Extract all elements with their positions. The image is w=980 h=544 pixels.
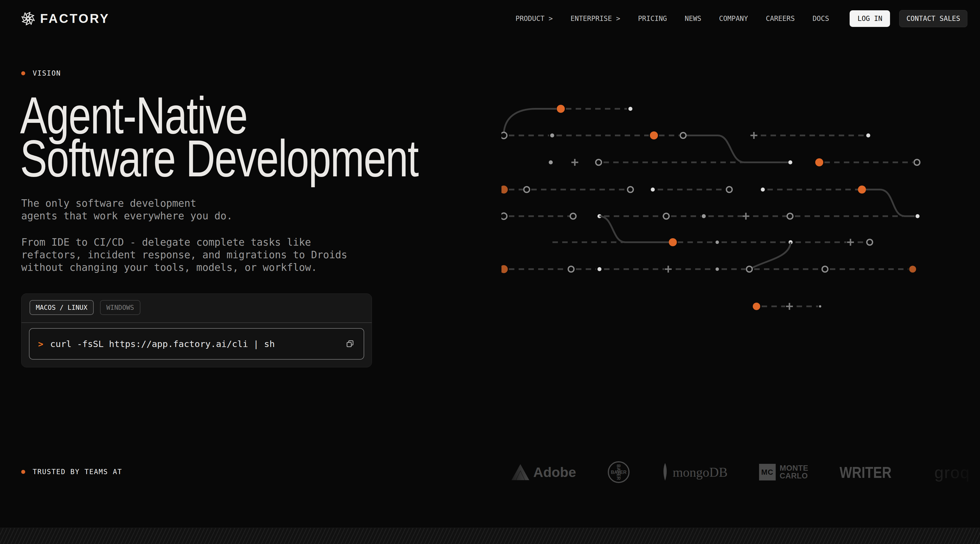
orange-dot-icon [21,470,25,474]
install-command-box: > curl -fsSL https://app.factory.ai/cli … [29,328,364,360]
tab-macos-linux[interactable]: MACOS / LINUX [30,300,94,315]
footer-stripe-band [0,528,980,544]
tab-windows[interactable]: WINDOWS [100,300,140,315]
contact-sales-button[interactable]: CONTACT SALES [899,10,967,27]
os-tabs: MACOS / LINUX WINDOWS [30,300,140,315]
factory-pinwheel-icon [21,12,35,25]
install-card: MACOS / LINUX WINDOWS > curl -fsSL https… [21,293,372,367]
svg-text:BAYER: BAYER [616,465,621,480]
hero-subtitle: The only software development agents tha… [21,197,233,222]
monte-carlo-badge: MC [759,464,776,481]
logo-bayer: BAYER BAYER [608,461,630,483]
vision-eyebrow: VISION [21,68,61,79]
logo-groq: groq [934,463,970,482]
nav-item-product[interactable]: PRODUCT > [515,14,553,22]
nav-item-pricing[interactable]: PRICING [638,14,667,22]
install-command: curl -fsSL https://app.factory.ai/cli | … [50,339,275,349]
copy-button[interactable] [345,339,355,349]
card-divider [21,322,372,323]
logo-monte-carlo: MC MONTE CARLO [759,464,808,481]
logo-mongodb: mongoDB [661,463,728,481]
hero-description: From IDE to CI/CD - delegate complete ta… [21,236,347,274]
trusted-by: TRUSTED BY TEAMS AT [21,466,123,477]
login-button[interactable]: LOG IN [850,10,890,27]
nav-item-docs[interactable]: DOCS [813,14,829,22]
orange-dot-icon [21,71,25,75]
copy-icon [345,339,355,349]
logo-adobe: Adobe [511,464,576,480]
eyebrow-label: VISION [33,69,61,77]
nav-item-company[interactable]: COMPANY [719,14,748,22]
nav-actions: LOG IN CONTACT SALES [850,10,967,27]
nav-item-news[interactable]: NEWS [685,14,702,22]
logo-wordmark: FACTORY [40,11,110,26]
top-navigation: FACTORY PRODUCT > ENTERPRISE > PRICING N… [0,0,980,37]
mongodb-leaf-icon [661,463,669,481]
shell-prompt: > [38,339,43,349]
adobe-mark-icon [511,464,529,480]
factory-logo[interactable]: FACTORY [21,11,110,26]
network-diagram [501,100,937,324]
title-line-2: Software Development [20,137,418,180]
logo-writer: WRITER [840,463,903,482]
nav-item-enterprise[interactable]: ENTERPRISE > [571,14,620,22]
nav-menu: PRODUCT > ENTERPRISE > PRICING NEWS COMP… [515,14,829,22]
customer-logos: Adobe BAYER BAYER mongoDB MC MONTE CARLO… [511,455,970,489]
page-title: Agent-Native Software Development [20,94,418,180]
nav-item-careers[interactable]: CAREERS [766,14,795,22]
trusted-label: TRUSTED BY TEAMS AT [33,468,123,476]
